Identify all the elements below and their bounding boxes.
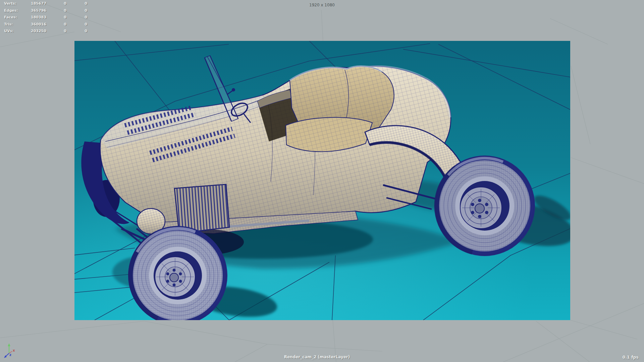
- x-axis-label: x: [13, 349, 15, 352]
- stat-value: 203250: [31, 28, 46, 35]
- stat-col2: 0: [46, 7, 66, 14]
- stat-label: Edges:: [4, 7, 31, 14]
- stat-col3: 0: [66, 14, 87, 21]
- stat-label: Tris:: [4, 21, 31, 28]
- render-gate: [74, 41, 570, 320]
- resolution-label: 644 x 362: [0, 3, 644, 7]
- x-axis-icon: x: [9, 349, 15, 353]
- stats-row: Faces: 180383 0 0: [4, 14, 87, 21]
- stat-label: Faces:: [4, 14, 31, 21]
- viewport-canvas[interactable]: Verts: 185677 0 0 Edges: 365796 0 0 Face…: [0, 0, 644, 362]
- stat-col2: 0: [46, 28, 66, 35]
- stat-col3: 0: [66, 7, 87, 14]
- stats-row: Tris: 360016 0 0: [4, 21, 87, 28]
- stat-value: 365796: [31, 7, 46, 14]
- stat-value: 360016: [31, 21, 46, 28]
- stat-label: UVs:: [4, 28, 31, 35]
- stat-col2: 0: [46, 14, 66, 21]
- fps-label: 0.1 fps: [623, 355, 639, 360]
- mirror-icon: [232, 88, 235, 92]
- scene-3d: [74, 41, 570, 320]
- axis-gizmo: x z: [0, 339, 27, 362]
- stats-row: Edges: 365796 0 0: [4, 7, 87, 14]
- z-axis-label: z: [9, 353, 11, 357]
- stats-row: UVs: 203250 0 0: [4, 28, 87, 35]
- stat-col2: 0: [46, 21, 66, 28]
- z-axis-icon: z: [4, 353, 11, 358]
- stat-col3: 0: [66, 28, 87, 35]
- stat-value: 180383: [31, 14, 46, 21]
- stat-col3: 0: [66, 21, 87, 28]
- camera-label: Render_cam_2 (masterLayer): [0, 355, 634, 359]
- y-axis-icon: [8, 343, 10, 353]
